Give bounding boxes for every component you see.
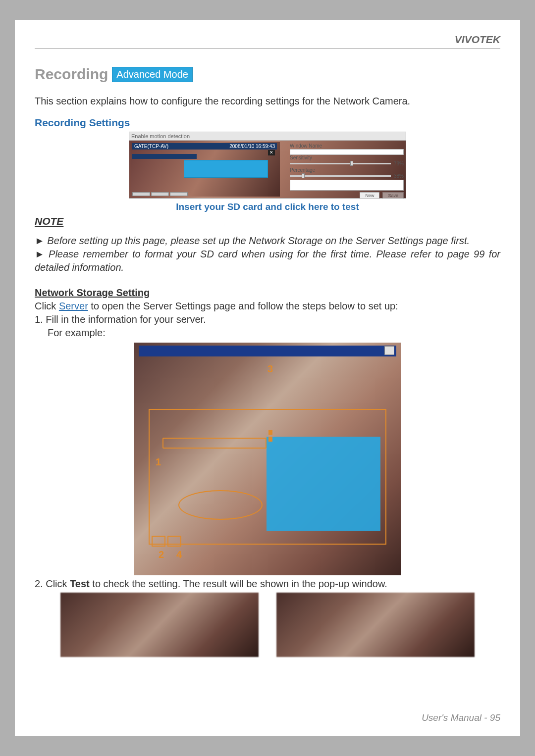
brand-label: VIVOTEK: [455, 34, 500, 46]
close-icon: ✕: [268, 150, 275, 155]
window-name-label: Window Name: [290, 143, 404, 149]
video-overlay-title: GATE(TCP-AV) 2008/01/10 16:59:43: [132, 143, 277, 150]
annotation-inner-box: [162, 438, 267, 449]
cyan-window-overlay: [267, 437, 380, 531]
ns-for-example: For example:: [35, 326, 500, 340]
note-list: ► Before setting up this page, please se…: [35, 234, 500, 274]
footer-label: User's Manual -: [422, 712, 490, 723]
percentage-slider: [290, 175, 391, 177]
ns-step2: 2. Click Test to check the setting. The …: [35, 578, 500, 590]
callout-3: 3: [268, 363, 273, 375]
manual-page: VIVOTEK Recording Advanced Mode This sec…: [15, 20, 520, 736]
video-overlay-date: [132, 154, 197, 159]
page-header: VIVOTEK: [35, 34, 500, 49]
annotation-small-boxes: [152, 536, 181, 547]
annotation-ellipse: [178, 490, 263, 520]
ns-step1: 1. Fill in the information for your serv…: [35, 313, 500, 326]
window-button-icon: [384, 346, 394, 355]
advanced-mode-badge: Advanced Mode: [112, 67, 193, 82]
section-title: Recording: [35, 66, 108, 83]
recording-settings-heading: Recording Settings: [35, 117, 500, 129]
color-swatches: [132, 192, 188, 196]
percentage-value: 38%: [394, 173, 404, 179]
enable-motion-checkbox-label: Enable motion detection: [131, 133, 190, 139]
ns-line1-pre: Click: [35, 301, 59, 311]
sensitivity-value: 78%: [394, 161, 404, 166]
marker-icon: [268, 437, 272, 442]
sensitivity-slider: [290, 163, 391, 164]
sensitivity-label: Sensitivity: [290, 155, 404, 160]
section-heading-row: Recording Advanced Mode: [35, 66, 500, 83]
result-popups-row: [35, 593, 500, 657]
note-heading: NOTE: [35, 215, 500, 227]
motion-detection-screenshot: Enable motion detection GATE(TCP-AV) 200…: [129, 132, 406, 199]
window-titlebar: [139, 346, 396, 356]
note-item-2: ► Please remember to format your SD card…: [35, 248, 500, 274]
callout-4: 4: [176, 549, 182, 560]
percentage-label: Percentage: [290, 167, 404, 173]
motion-side-panel: Window Name Sensitivity 78% Percentage 3…: [290, 143, 404, 200]
note-item-1: ► Before setting up this page, please se…: [35, 234, 500, 248]
network-storage-block: Network Storage Setting Click Server to …: [35, 286, 500, 340]
motion-window: [184, 160, 268, 178]
save-button: Save: [382, 192, 404, 199]
result-popup-right: [276, 593, 475, 657]
ns-line1-post: to open the Server Settings page and fol…: [88, 301, 398, 311]
test-bold: Test: [70, 578, 90, 589]
page-footer: User's Manual - 95: [422, 712, 500, 723]
footer-page-number: 95: [490, 712, 500, 723]
result-popup-left: [60, 593, 259, 657]
section-intro: This section explains how to configure t…: [35, 95, 500, 108]
new-button: New: [360, 192, 379, 199]
window-name-input: [290, 149, 404, 155]
callout-1: 1: [156, 456, 161, 468]
marker-icon: [268, 430, 272, 435]
network-storage-heading: Network Storage Setting: [35, 287, 150, 298]
sd-card-annotation: Insert your SD card and click here to te…: [35, 202, 500, 212]
server-link[interactable]: Server: [59, 301, 88, 311]
callout-2: 2: [159, 549, 164, 560]
side-blank-area: [290, 180, 404, 191]
server-settings-screenshot: 1 2 3 4: [134, 343, 401, 575]
